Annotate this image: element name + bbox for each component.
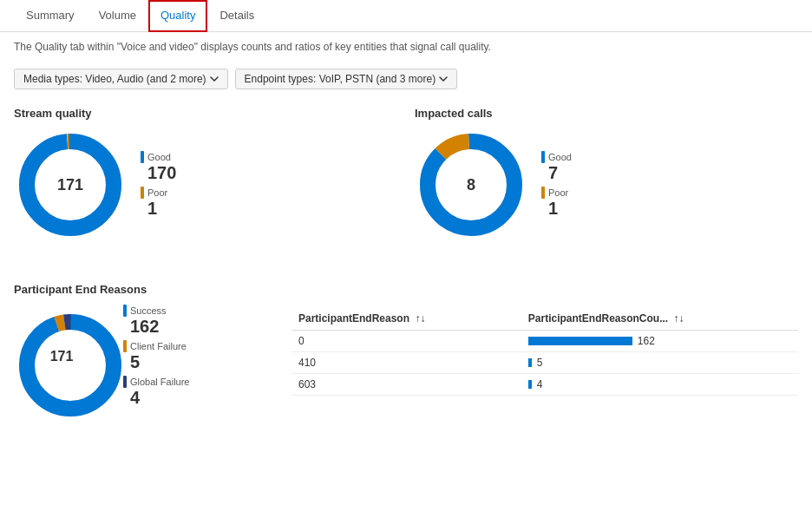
stream-quality-chart-area: 171 Good 170 Poor [14, 128, 397, 241]
quality-description: The Quality tab within "Voice and video"… [0, 32, 812, 62]
sort-count-icon[interactable]: ↑↓ [674, 312, 684, 325]
bar-cell: 5 [528, 357, 791, 369]
participant-end-reasons-donut: 171 [14, 309, 109, 404]
stream-quality-center: 171 [57, 176, 83, 194]
stream-quality-panel: Stream quality 171 [14, 107, 397, 241]
table-cell-reason: 603 [291, 374, 521, 396]
table-row: 6034 [291, 374, 798, 396]
bar-cell: 4 [528, 378, 791, 390]
poor-color-bar [141, 187, 144, 199]
chevron-down-icon [210, 75, 219, 83]
endpoint-types-filter[interactable]: Endpoint types: VoIP, PSTN (and 3 more) [235, 69, 458, 89]
per-global-failure-value: 4 [130, 388, 189, 408]
count-bar [528, 358, 532, 367]
participant-end-reasons-title: Participant End Reasons [14, 283, 274, 296]
participant-end-reasons-table-section: ParticipantEndReason ↑↓ ParticipantEndRe… [291, 307, 798, 408]
participant-end-reasons-panel: Participant End Reasons 171 [14, 283, 274, 408]
col-reason[interactable]: ParticipantEndReason ↑↓ [291, 307, 521, 331]
impacted-calls-panel: Impacted calls 8 [415, 107, 798, 241]
participant-end-reasons-chart-area: 171 Success 162 Client Failure [14, 305, 274, 408]
stream-quality-title: Stream quality [14, 107, 397, 120]
per-center: 171 [50, 349, 74, 364]
stream-quality-good-value: 170 [147, 163, 176, 183]
count-value: 4 [537, 378, 543, 390]
svg-point-7 [27, 322, 114, 409]
ic-poor-color-bar [541, 187, 545, 199]
table-row: 4105 [291, 352, 798, 374]
per-legend: Success 162 Client Failure 5 [123, 305, 189, 408]
impacted-calls-legend: Good 7 Poor 1 [541, 151, 572, 219]
impacted-calls-title: Impacted calls [415, 107, 798, 120]
impacted-calls-good-value: 7 [548, 163, 572, 183]
tab-details[interactable]: Details [207, 0, 266, 32]
impacted-calls-legend-poor: Poor 1 [541, 187, 572, 219]
table-cell-reason: 410 [291, 352, 521, 374]
per-global-failure-label: Global Failure [130, 377, 189, 387]
table-cell-count: 4 [521, 374, 798, 396]
sort-reason-icon[interactable]: ↑↓ [415, 312, 425, 325]
impacted-calls-poor-value: 1 [548, 199, 572, 219]
tab-volume[interactable]: Volume [87, 0, 148, 32]
filter-bar: Media types: Video, Audio (and 2 more) E… [0, 62, 812, 96]
tab-summary[interactable]: Summary [14, 0, 87, 32]
stream-quality-good-label: Good [147, 152, 171, 162]
per-legend-global-failure: Global Failure 4 [123, 376, 189, 408]
impacted-calls-good-label: Good [548, 152, 572, 162]
stream-quality-legend-poor: Poor 1 [141, 187, 176, 219]
good-color-bar [141, 151, 144, 163]
stream-quality-donut: 171 [14, 128, 127, 241]
stream-quality-poor-label: Poor [147, 187, 167, 198]
per-success-label: Success [130, 305, 167, 316]
ic-good-color-bar [541, 151, 545, 163]
tab-bar: Summary Volume Quality Details [0, 0, 812, 32]
impacted-calls-donut: 8 [415, 128, 527, 241]
bottom-row: Participant End Reasons 171 [14, 283, 798, 408]
top-charts-row: Stream quality 171 [14, 107, 798, 241]
stream-quality-legend: Good 170 Poor 1 [141, 151, 176, 219]
stream-quality-poor-value: 1 [147, 199, 176, 219]
impacted-calls-poor-label: Poor [548, 187, 568, 198]
main-content: Stream quality 171 [0, 96, 812, 418]
per-success-value: 162 [130, 317, 189, 337]
count-bar [528, 380, 532, 389]
table-cell-reason: 0 [291, 331, 521, 352]
participant-end-reasons-table: ParticipantEndReason ↑↓ ParticipantEndRe… [291, 307, 798, 396]
media-types-filter[interactable]: Media types: Video, Audio (and 2 more) [14, 69, 228, 89]
count-value: 5 [537, 357, 543, 369]
bar-cell: 162 [528, 335, 791, 347]
impacted-calls-center: 8 [467, 176, 475, 194]
count-bar [528, 337, 632, 345]
table-cell-count: 162 [521, 331, 798, 352]
tab-quality[interactable]: Quality [148, 0, 207, 32]
count-value: 162 [638, 335, 655, 347]
col-count[interactable]: ParticipantEndReasonCou... ↑↓ [521, 307, 798, 331]
per-client-failure-label: Client Failure [130, 341, 187, 351]
chevron-down-icon-2 [439, 75, 448, 83]
table-row: 0162 [291, 331, 798, 352]
impacted-calls-legend-good: Good 7 [541, 151, 572, 183]
per-legend-client-failure: Client Failure 5 [123, 340, 189, 372]
impacted-calls-chart-area: 8 Good 7 Poor 1 [415, 128, 798, 241]
per-legend-success: Success 162 [123, 305, 189, 337]
stream-quality-legend-good: Good 170 [141, 151, 176, 183]
table-cell-count: 5 [521, 352, 798, 374]
per-client-failure-value: 5 [130, 352, 189, 372]
